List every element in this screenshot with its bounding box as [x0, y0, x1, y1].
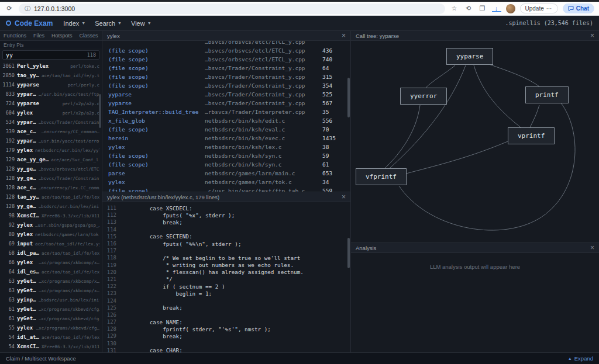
function-list-item[interactable]: 55 yylex …xc/programs/xkbevd/cfg… [0, 323, 102, 332]
sidebar-scrollbar[interactable] [99, 94, 101, 128]
function-list-item[interactable]: 3061 Perl_yylex perl/toke.c [0, 61, 102, 71]
code-line-number: 127 [102, 319, 123, 325]
reference-row[interactable]: yyparse …bsvcs/Trader/Constraint_y.cpp 5… [102, 99, 350, 108]
code-line-number: 130 [102, 341, 123, 346]
code-scrollbar[interactable] [347, 238, 350, 268]
function-list-item[interactable]: 69 input ace/tao/tao_idl/fe/lex.yy.cpp [0, 239, 102, 248]
reference-row[interactable]: TAO_Interpreter::build_tree …rbsvcs/Trad… [102, 108, 350, 116]
address-bar[interactable]: ⓘ 127.0.0.1:3000 [19, 4, 445, 14]
update-button[interactable]: Update ⋯ [520, 4, 558, 13]
code-line-number: 123 [102, 290, 123, 296]
function-list-item[interactable]: 68 idl_pa… ace/tao/tao_idl/fe/lex.yy.cpp [0, 248, 102, 258]
function-name: yyGet… [17, 287, 36, 293]
reference-row[interactable]: yyparse …bsvcs/Trader/Constraint_y.cpp 5… [102, 90, 350, 99]
search-input[interactable] [6, 52, 85, 58]
function-list-item[interactable]: 80 yylex netbsdsrc/games/larn/tok.c [0, 230, 102, 239]
reference-row[interactable]: (file scope) …c/usr.bin/yacc/test/ftp.ta… [102, 186, 350, 192]
call-count: 61 [2, 316, 15, 321]
function-list-item[interactable]: 2850 tao_yy… ace/tao/tao_idl/fe/y.tab.cp… [0, 71, 102, 80]
function-list-item[interactable]: 66 yylex …xc/programs/xkbcomp/x… [0, 258, 102, 267]
reference-row[interactable]: yylex netbsdsrc/games/larn/tok.c 34 [102, 178, 350, 186]
close-icon[interactable]: × [342, 193, 346, 200]
sidebar-tab[interactable]: Functions [0, 31, 30, 40]
function-list-item[interactable]: 98 XcmsCI… XFree86-3.3/xc/lib/X11/xyY.c [0, 211, 102, 220]
status-bar: Claim / Multisect Workspace ▲ Expand [0, 352, 599, 364]
function-list-item[interactable]: 63 yyinp… …bsdsrc/usr.bin/lex/initsca… [0, 295, 102, 304]
reference-row[interactable]: (file scope) netbsdsrc/bin/ksh/syn.c 61 [102, 160, 350, 169]
references-panel-header: yylex × [102, 31, 350, 41]
function-list-item[interactable]: 128 tao_yy… ace/tao/tao_idl/fe/lex.yy.cp… [0, 192, 102, 202]
function-list-item[interactable]: 40 CIExyY… XFree86-3.3/xc/lib/X11/xyY.c [0, 351, 102, 352]
function-list-item[interactable]: 339 ace_c… …oncurrency/CC_comman… [0, 127, 102, 136]
reference-row[interactable]: (file scope) …bsvcs/Trader/Constraint_y.… [102, 81, 350, 90]
reference-row[interactable]: (file scope) netbsdsrc/bin/ksh/eval.c 70 [102, 125, 350, 134]
menu-item[interactable]: Index ▼ [63, 20, 85, 27]
function-list-item[interactable]: 128 ace_c… …oncurrency/lex.CC_comm… [0, 183, 102, 192]
download-icon[interactable]: ↓ [492, 5, 501, 12]
function-list-item[interactable]: 604 yylex perl/x2p/a2p.c [0, 108, 102, 117]
function-list-item[interactable]: 129 ace_yy_ge… ace/ace/Svc_Conf_l.cpp [0, 155, 102, 164]
function-list-item[interactable]: 63 yyGet… …xc/programs/xkbcomp/x… [0, 286, 102, 295]
function-list-item[interactable]: 833 yypar… …/usr.bin/yacc/test/ftp.ta… [0, 89, 102, 99]
close-icon[interactable]: × [342, 32, 346, 39]
reference-row[interactable]: (file scope) …bsvcs/Trader/Constraint_y.… [102, 64, 350, 72]
call-tree-node[interactable]: yyparse [446, 48, 493, 65]
function-list-item[interactable]: 61 yyGet… …xc/programs/xkbevd/cfg… [0, 304, 102, 314]
function-name: tao_yy… [17, 72, 39, 78]
profile-avatar[interactable] [506, 4, 515, 13]
function-list-item[interactable]: 192 yypar… …usr.bin/yacc/test/error.ta… [0, 136, 102, 145]
function-list-item[interactable]: 61 yyGet… …xc/programs/xkbevd/cfg… [0, 314, 102, 323]
function-name: yy_ge… [17, 175, 36, 181]
function-list-item[interactable]: 54 idl_at… ace/tao/tao_idl/fe/lex.yy.cpp [0, 332, 102, 342]
sync-icon[interactable]: ⟲ [464, 5, 473, 12]
sidebar-tab[interactable]: Classes [76, 31, 102, 40]
reference-file-path: …bsvcs/Trader/Constraint_y.cpp [205, 74, 316, 80]
sidebar-tab[interactable]: Files [30, 31, 48, 40]
function-list-item[interactable]: 1114 yyparse perl/perly.c [0, 80, 102, 89]
reference-row[interactable]: (file scope) …bsvcs/orbsvcs/etcl/ETCL_y.… [102, 55, 350, 64]
caller-name: (file scope) [108, 126, 205, 133]
reference-row[interactable]: herein netbsdsrc/bin/ksh/exec.c 1435 [102, 134, 350, 143]
call-count: 69 [2, 241, 15, 247]
menu-item[interactable]: Search ▼ [95, 20, 122, 27]
reference-row[interactable]: (file scope) netbsdsrc/bin/ksh/syn.c 59 [102, 151, 350, 160]
reload-icon[interactable]: ⟳ [5, 5, 14, 12]
function-list-item[interactable]: 724 yyparse perl/x2p/a2p.c [0, 99, 102, 108]
chat-button[interactable]: Chat [563, 4, 594, 13]
references-scrollbar[interactable] [347, 78, 350, 117]
app-brand[interactable]: Code Exam [6, 19, 53, 27]
reference-row[interactable]: x_file_glob netbsdsrc/bin/ksh/edit.c 556 [102, 116, 350, 125]
function-list-item[interactable]: 92 yylex …usr.sbin/gspa/gspa/gsp_… [0, 220, 102, 230]
side-panel-icon[interactable]: ❐ [478, 5, 487, 12]
reference-row[interactable]: …bsvcs/orbsvcs/etcl/ETCL_y.cpp [102, 41, 350, 46]
call-tree-node[interactable]: printf [525, 86, 569, 103]
call-tree-node[interactable]: yyerror [400, 88, 447, 105]
expand-button[interactable]: ▲ Expand [568, 355, 593, 362]
bookmark-star-icon[interactable]: ☆ [450, 5, 459, 12]
function-list-item[interactable]: 63 yyGet… …xc/programs/xkbcomp/x… [0, 276, 102, 286]
line-number: 70 [316, 126, 342, 133]
reference-row[interactable]: parse netbsdsrc/games/larn/main.c 653 [102, 169, 350, 178]
menu-item[interactable]: View ▼ [131, 20, 152, 27]
url-text: 127.0.0.1:3000 [34, 5, 75, 12]
reference-row[interactable]: yylex netbsdsrc/bin/ksh/lex.c 38 [102, 143, 350, 151]
function-list-item[interactable]: 64 idl_es… ace/tao/tao_idl/fe/lex.yy.cpp [0, 267, 102, 276]
call-tree-node[interactable]: vprintf [508, 127, 555, 144]
function-list-item[interactable]: 534 yypar… …bsvcs/Trader/Constraint_… [0, 117, 102, 127]
function-list-item[interactable]: 128 yy_ge… …bsvcs/orbsvcs/etcl/ETCL_l… [0, 164, 102, 174]
reference-row[interactable]: (file scope) …bsvcs/Trader/Constraint_y.… [102, 72, 350, 81]
close-icon[interactable]: × [590, 244, 594, 251]
expand-label: Expand [574, 355, 593, 362]
function-search[interactable]: 118 [2, 50, 99, 60]
site-info-icon[interactable]: ⓘ [25, 5, 30, 13]
call-tree-node[interactable]: vfprintf [356, 168, 407, 185]
sidebar-tab[interactable]: Hotspots [48, 31, 76, 40]
function-name: yypar… [17, 138, 36, 144]
function-list-item[interactable]: 128 yy_ge… …bsvcs/Trader/Constraint_l… [0, 174, 102, 183]
call-count: 128 [2, 185, 15, 190]
reference-row[interactable]: (file scope) …bsvcs/orbsvcs/etcl/ETCL_y.… [102, 46, 350, 55]
function-list-item[interactable]: 179 yylex netbsdsrc/usr.bin/lex/yylex.c [0, 145, 102, 155]
function-list-item[interactable]: 128 yy_ge… …bsdsrc/usr.bin/lex/initsca… [0, 202, 102, 211]
function-list-item[interactable]: 54 XcmsCI… XFree86-3.3/xc/lib/X11/xyY.c [0, 342, 102, 351]
close-icon[interactable]: × [590, 32, 594, 39]
